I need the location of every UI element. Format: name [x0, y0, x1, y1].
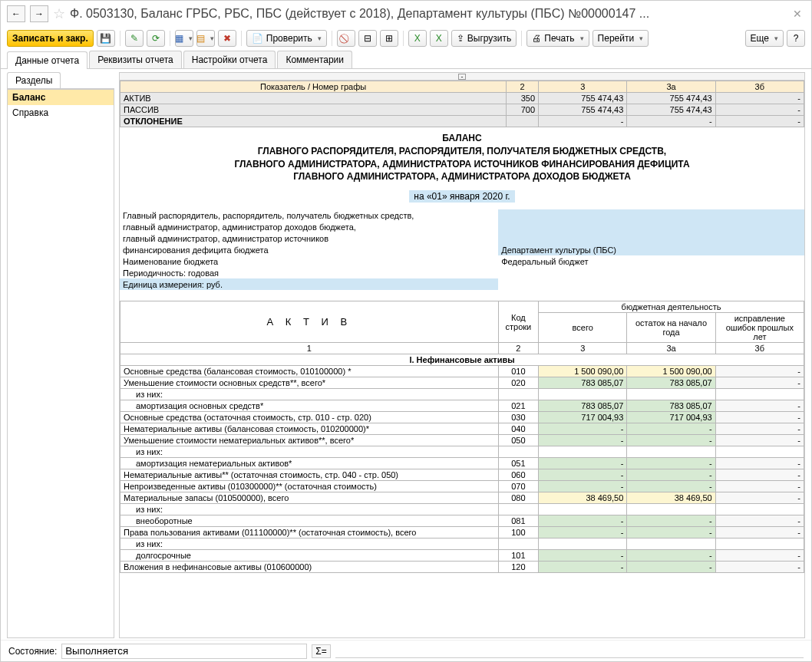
edit-button[interactable]: ✎ [125, 30, 144, 47]
x-icon: ✖ [223, 33, 231, 44]
main-tabs: Данные отчета Реквизиты отчета Настройки… [1, 50, 811, 69]
report-date[interactable]: на «01» января 2020 г. [409, 190, 514, 203]
section-item-reference[interactable]: Справка [8, 105, 114, 120]
tab-comments[interactable]: Комментарии [277, 51, 352, 68]
meta-department[interactable]: Департамент культуры (ПБС) [498, 244, 804, 255]
table-row[interactable]: Основные средства (остаточная стоимость,… [120, 412, 804, 423]
table-row[interactable]: Права пользования активами (011100000)**… [120, 527, 804, 538]
aktiv-header: А К Т И В [120, 301, 499, 343]
sum-field[interactable] [335, 644, 804, 658]
table-row[interactable]: Нематериальные активы** (остаточная стои… [120, 469, 804, 481]
excel2-button[interactable]: X [430, 30, 448, 47]
expand-button[interactable]: ⊟ [358, 30, 377, 47]
tab-requisites[interactable]: Реквизиты отчета [89, 51, 182, 68]
print-button[interactable]: 🖨Печать [526, 30, 589, 47]
export-button[interactable]: ⇪Выгрузить [451, 30, 517, 47]
meta-budget: Федеральный бюджет [498, 255, 804, 267]
collapse-button[interactable]: ⊞ [380, 30, 398, 47]
table-row[interactable]: из них: [120, 538, 804, 550]
toggle-button[interactable]: ⃠ [337, 30, 355, 47]
table-row[interactable]: амортизация нематериальных активов*051--… [120, 458, 804, 469]
nav-forward-button[interactable]: → [30, 5, 48, 22]
summary-header-label: Показатель / Номер графы [120, 81, 507, 93]
table-row[interactable]: из них: [120, 389, 804, 400]
excel-icon: X [414, 33, 421, 44]
action1-dropdown[interactable]: ▦ [175, 30, 193, 47]
table-row[interactable]: Вложения в нефинансовые активы (01060000… [120, 562, 804, 573]
refresh-button[interactable]: ⟳ [147, 30, 165, 47]
section-1-header: I. Нефинансовые активы [120, 354, 804, 366]
save-button[interactable]: 💾 [97, 30, 115, 47]
document-title: БАЛАНС ГЛАВНОГО РАСПОРЯДИТЕЛЯ, РАСПОРЯДИ… [120, 127, 804, 188]
more-button[interactable]: Еще [745, 30, 784, 47]
spreadsheet[interactable]: Показатель / Номер графы 2 3 3а 3б АКТИВ… [119, 80, 805, 638]
help-button[interactable]: ? [787, 30, 805, 47]
print-icon: 🖨 [532, 33, 541, 44]
section-item-balance[interactable]: Баланс [8, 90, 114, 105]
status-label: Состояние: [8, 646, 57, 657]
table-row[interactable]: Уменьшение стоимости основных средств**,… [120, 377, 804, 389]
grid-icon: ▤ [196, 33, 205, 44]
tab-data[interactable]: Данные отчета [7, 51, 87, 69]
collapse-bar[interactable]: - [119, 72, 805, 80]
table-row[interactable]: из них: [120, 504, 804, 515]
table-row[interactable]: Непроизведенные активы (010300000)** (ос… [120, 481, 804, 492]
table-row[interactable]: внеоборотные081--- [120, 515, 804, 527]
sections-list: Баланс Справка [7, 89, 114, 638]
upload-icon: ⇪ [457, 33, 464, 44]
tab-settings[interactable]: Настройки отчета [183, 51, 276, 68]
collapse-toggle-icon[interactable]: - [458, 74, 466, 80]
close-icon[interactable]: ✕ [790, 8, 805, 20]
table-row[interactable]: из них: [120, 446, 804, 458]
floppy-icon: 💾 [100, 33, 111, 44]
check-button[interactable]: 📄Проверить [246, 30, 327, 47]
sum-label: Σ= [312, 644, 330, 658]
favorite-icon[interactable]: ☆ [53, 5, 65, 22]
excel2-icon: X [436, 33, 442, 44]
sections-tab[interactable]: Разделы [7, 72, 61, 88]
excel-button[interactable]: X [408, 30, 427, 47]
delete-button[interactable]: ✖ [218, 30, 236, 47]
table-row[interactable]: Основные средства (балансовая стоимость,… [120, 366, 804, 377]
table-row[interactable]: Нематериальные активы (балансовая стоимо… [120, 423, 804, 435]
action2-dropdown[interactable]: ▤ [196, 30, 215, 47]
window-title: Ф. 0503130, Баланс ГРБС, РБС, ПБС (дейст… [70, 7, 785, 21]
table-row[interactable]: амортизация основных средств*021783 085,… [120, 400, 804, 412]
expand-icon: ⊟ [364, 33, 371, 44]
document-icon: 📄 [252, 33, 263, 44]
status-field[interactable] [61, 644, 307, 659]
table-row[interactable]: долгосрочные101--- [120, 550, 804, 562]
table-row[interactable]: Уменьшение стоимости нематериальных акти… [120, 435, 804, 446]
goto-button[interactable]: Перейти [592, 30, 649, 47]
collapse-icon: ⊞ [385, 33, 393, 44]
table-icon: ▦ [175, 33, 183, 44]
pencil-icon: ✎ [130, 33, 138, 44]
table-row[interactable]: Материальные запасы (010500000), всего08… [120, 492, 804, 504]
nav-back-button[interactable]: ← [7, 5, 25, 22]
record-close-button[interactable]: Записать и закр. [7, 30, 94, 47]
refresh-icon: ⟳ [152, 33, 160, 44]
